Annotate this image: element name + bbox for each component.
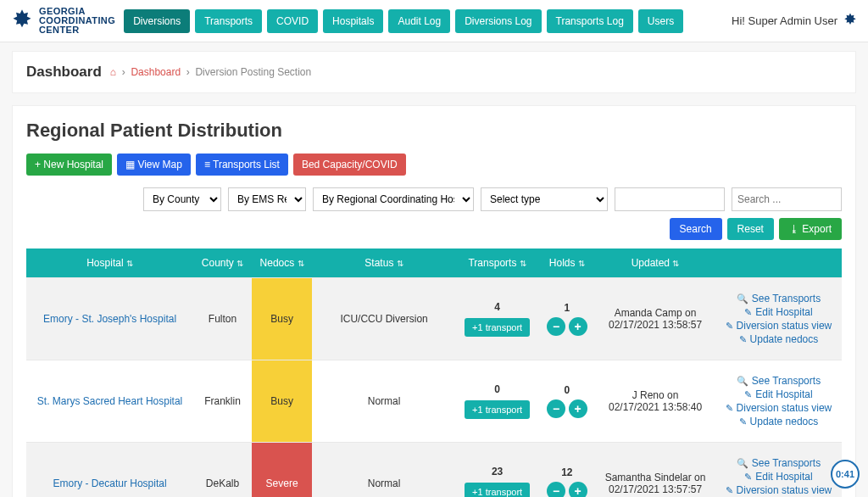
nav-transports-log[interactable]: Transports Log [547, 9, 633, 33]
see-transports-link[interactable]: 🔍See Transports [722, 457, 835, 469]
see-transports-link[interactable]: 🔍See Transports [722, 375, 835, 387]
nav-audit-log[interactable]: Audit Log [388, 9, 450, 33]
holds-cell: 12− + [539, 443, 596, 498]
countdown-timer: 0:41 [831, 460, 860, 489]
filter-row: By County By EMS Region By Regional Coor… [26, 187, 842, 211]
table-row: Emory - St. Joseph's HospitalFultonBusyI… [26, 278, 842, 360]
edit-icon: ✎ [726, 321, 733, 331]
add-transport-button[interactable]: +1 transport [465, 483, 530, 497]
main-nav: DiversionsTransportsCOVIDHospitalsAudit … [124, 9, 683, 33]
edit-icon: ✎ [739, 334, 747, 344]
edit-icon: ✎ [744, 472, 752, 482]
home-icon[interactable]: ⌂ [110, 66, 116, 78]
status-cell: ICU/CCU Diversion [312, 278, 455, 360]
decrement-hold-button[interactable]: − [547, 482, 565, 497]
action-row: + New Hospital ▦ View Map ≡ Transports L… [26, 154, 842, 176]
download-icon: ⭳ [789, 223, 802, 235]
new-hospital-button[interactable]: + New Hospital [26, 154, 112, 176]
rch-filter[interactable]: By Regional Coordinating Hospital [313, 187, 474, 211]
update-nedocs-link[interactable]: ✎Update nedocs [722, 416, 835, 427]
actions-cell: 🔍See Transports✎Edit Hospital✎Diversion … [715, 443, 842, 498]
edit-icon: ✎ [726, 485, 733, 495]
add-transport-button[interactable]: +1 transport [465, 400, 530, 419]
table-row: Emory - Decatur HospitalDeKalbSevereNorm… [26, 443, 842, 498]
page-title: Dashboard [26, 64, 102, 81]
top-bar: GEORGIA COORDINATING CENTER DiversionsTr… [0, 0, 868, 42]
add-transport-button[interactable]: +1 transport [465, 318, 530, 337]
nav-diversions[interactable]: Diversions [124, 9, 190, 33]
col-status[interactable]: Status ⇅ [312, 248, 455, 278]
hospital-link[interactable]: Emory - St. Joseph's Hospital [43, 313, 176, 325]
actions-cell: 🔍See Transports✎Edit Hospital✎Diversion … [715, 278, 842, 360]
see-transports-link[interactable]: 🔍See Transports [722, 293, 835, 304]
brand-logo: GEORGIA COORDINATING CENTER [10, 7, 115, 35]
col-updated[interactable]: Updated ⇅ [595, 248, 715, 278]
nav-covid[interactable]: COVID [267, 9, 318, 33]
holds-cell: 1− + [539, 278, 596, 360]
diversion-status-link[interactable]: ✎Diversion status view [722, 320, 835, 332]
breadcrumb-dashboard-link[interactable]: Dashboard [131, 66, 181, 78]
increment-hold-button[interactable]: + [569, 399, 587, 418]
search-input[interactable] [732, 187, 842, 211]
county-filter[interactable]: By County [143, 187, 221, 211]
col-hospital[interactable]: Hospital ⇅ [26, 248, 193, 278]
edit-hospital-link[interactable]: ✎Edit Hospital [722, 388, 835, 400]
nav-users[interactable]: Users [638, 9, 683, 33]
ems-filter[interactable]: By EMS Region [228, 187, 306, 211]
filter-input-1[interactable] [615, 187, 725, 211]
county-cell: Fulton [193, 278, 252, 360]
sort-icon: ⇅ [520, 259, 526, 268]
sort-icon: ⇅ [397, 259, 403, 268]
transports-list-button[interactable]: ≡ Transports List [196, 154, 288, 176]
reset-button[interactable]: Reset [727, 218, 774, 240]
increment-hold-button[interactable]: + [569, 482, 587, 497]
filter-actions: Search Reset ⭳ Export [26, 218, 842, 240]
bed-capacity-button[interactable]: Bed Capacity/COVID [293, 154, 406, 176]
sort-icon: ⇅ [672, 259, 679, 268]
county-cell: Franklin [193, 360, 252, 443]
edit-hospital-link[interactable]: ✎Edit Hospital [722, 306, 835, 318]
diversion-status-link[interactable]: ✎Diversion status view [722, 484, 835, 496]
diversion-status-link[interactable]: ✎Diversion status view [722, 402, 835, 414]
transports-cell: 0+1 transport [456, 360, 539, 443]
nav-hospitals[interactable]: Hospitals [323, 9, 383, 33]
edit-hospital-link[interactable]: ✎Edit Hospital [722, 471, 835, 483]
col-holds[interactable]: Holds ⇅ [539, 248, 596, 278]
col-county[interactable]: County ⇅ [193, 248, 252, 278]
nedocs-cell: Busy [252, 360, 313, 443]
transports-cell: 4+1 transport [456, 278, 539, 360]
section-title: Regional Patient Distribution [26, 120, 842, 142]
actions-cell: 🔍See Transports✎Edit Hospital✎Diversion … [715, 360, 842, 443]
hospital-link[interactable]: St. Marys Sacred Heart Hospital [37, 395, 182, 407]
col-actions [715, 248, 842, 278]
decrement-hold-button[interactable]: − [547, 399, 565, 418]
search-icon: 🔍 [737, 458, 748, 468]
table-header-row: Hospital ⇅ County ⇅ Nedocs ⇅ Status ⇅ Tr… [26, 248, 842, 278]
search-icon: 🔍 [737, 293, 748, 304]
nedocs-cell: Severe [252, 443, 313, 498]
county-cell: DeKalb [193, 443, 252, 498]
status-cell: Normal [312, 443, 455, 498]
export-button[interactable]: ⭳ Export [779, 218, 842, 240]
col-nedocs[interactable]: Nedocs ⇅ [252, 248, 313, 278]
type-filter[interactable]: Select type [481, 187, 608, 211]
medical-star-icon [843, 12, 858, 30]
col-transports[interactable]: Transports ⇅ [456, 248, 539, 278]
brand-text: GEORGIA COORDINATING CENTER [39, 7, 115, 35]
nedocs-cell: Busy [252, 278, 313, 360]
breadcrumb-current: Diversion Posting Section [195, 66, 311, 78]
increment-hold-button[interactable]: + [569, 317, 587, 336]
nav-diversions-log[interactable]: Diversions Log [455, 9, 541, 33]
updated-cell: Amanda Camp on02/17/2021 13:58:57 [595, 278, 715, 360]
decrement-hold-button[interactable]: − [547, 317, 565, 336]
sort-icon: ⇅ [578, 259, 585, 268]
hospital-link[interactable]: Emory - Decatur Hospital [53, 477, 167, 489]
search-button[interactable]: Search [670, 218, 722, 240]
breadcrumb-bar: Dashboard ⌂ › Dashboard › Diversion Post… [12, 51, 856, 93]
nav-transports[interactable]: Transports [195, 9, 262, 33]
edit-icon: ✎ [744, 307, 752, 317]
table-row: St. Marys Sacred Heart HospitalFranklinB… [26, 360, 842, 443]
view-map-button[interactable]: ▦ View Map [117, 154, 191, 176]
update-nedocs-link[interactable]: ✎Update nedocs [722, 333, 835, 345]
edit-icon: ✎ [726, 403, 733, 413]
